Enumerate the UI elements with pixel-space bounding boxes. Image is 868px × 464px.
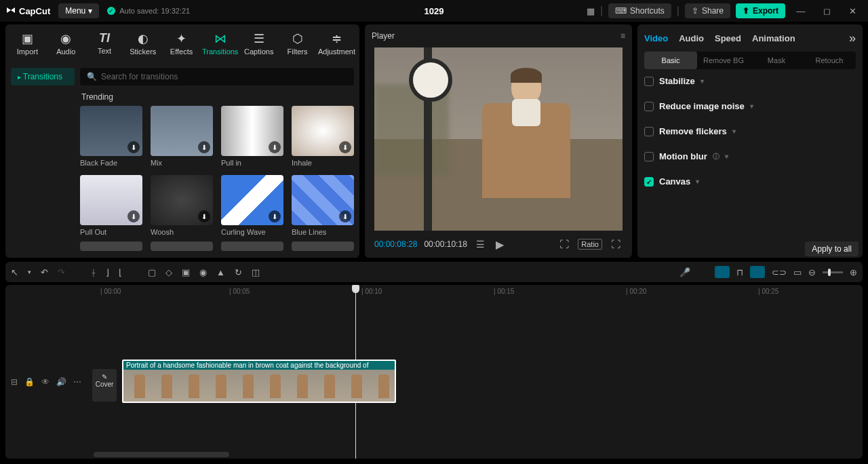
transition-pull-out[interactable]: ⬇Pull Out <box>80 175 142 236</box>
tool-filters[interactable]: ⬡Filters <box>278 28 317 58</box>
snap-1-icon[interactable] <box>715 266 730 278</box>
apply-to-all-button[interactable]: Apply to all <box>805 241 859 256</box>
tool-import[interactable]: ▣Import <box>8 28 47 58</box>
checkbox-icon[interactable] <box>644 102 654 111</box>
snap-2-icon[interactable] <box>750 266 765 278</box>
chevron-down-icon[interactable]: ▾ <box>28 269 31 275</box>
download-icon[interactable]: ⬇ <box>269 210 281 223</box>
tool-stickers[interactable]: ◐Stickers <box>123 28 162 58</box>
app-logo: CapCut <box>5 5 50 16</box>
download-icon[interactable]: ⬇ <box>198 210 210 223</box>
trim-left-icon[interactable]: ⌋ <box>106 267 109 277</box>
opt-stabilize[interactable]: Stabilize▾ <box>644 76 856 86</box>
scan-icon[interactable]: ⛶ <box>557 237 571 252</box>
minimize-button[interactable]: — <box>791 6 811 16</box>
tool-captions[interactable]: ☰Captions <box>239 28 278 58</box>
horizontal-scrollbar[interactable] <box>94 452 229 457</box>
subtab-mask[interactable]: Mask <box>750 52 803 69</box>
crop-icon[interactable]: ◫ <box>252 267 260 277</box>
download-icon[interactable]: ⬇ <box>339 141 351 153</box>
delete-icon[interactable]: ▢ <box>148 267 156 277</box>
subtab-remove-bg[interactable]: Remove BG <box>697 52 750 69</box>
sidebar-tab-transitions[interactable]: ▸ Transitions <box>11 68 75 85</box>
tool-audio[interactable]: ◉Audio <box>47 28 85 58</box>
export-button[interactable]: ⬆ Export <box>736 3 785 18</box>
freeze-icon[interactable]: ◉ <box>199 267 207 277</box>
transition-inhale[interactable]: ⬇Inhale <box>292 106 354 167</box>
mirror-icon[interactable]: ▲ <box>216 267 225 277</box>
transition-item[interactable] <box>221 241 283 251</box>
trim-right-icon[interactable]: ⌊ <box>119 267 122 277</box>
more-tabs-icon[interactable]: » <box>849 31 856 45</box>
track-visible-icon[interactable]: 👁 <box>41 377 50 387</box>
tool-adjustment[interactable]: ≑Adjustment <box>317 28 357 58</box>
share-button[interactable]: ⇪ Share <box>685 3 730 18</box>
checkbox-icon[interactable] <box>644 77 654 86</box>
checkbox-icon[interactable] <box>644 152 654 161</box>
opt-canvas[interactable]: ✓Canvas▾ <box>644 176 856 187</box>
download-icon[interactable]: ⬇ <box>127 210 140 223</box>
play-button[interactable]: ▶ <box>494 236 506 253</box>
maximize-button[interactable]: ◻ <box>816 6 837 16</box>
ratio-button[interactable]: Ratio <box>578 239 602 250</box>
tab-video[interactable]: Video <box>644 33 668 43</box>
undo-icon[interactable]: ↶ <box>41 267 48 277</box>
search-input[interactable]: 🔍 Search for transitions <box>80 68 354 85</box>
transition-black-fade[interactable]: ⬇Black Fade <box>80 106 142 167</box>
preview-icon[interactable]: ▭ <box>793 267 802 277</box>
tool-effects[interactable]: ✦Effects <box>162 28 201 58</box>
time-ruler[interactable]: | 00:00 | 00:05 | 00:10 | 00:15 | 00:20 … <box>94 285 863 300</box>
transition-curling-wave[interactable]: ⬇Curling Wave <box>221 175 283 236</box>
opt-motion-blur[interactable]: Motion blurⓘ▾ <box>644 151 856 161</box>
zoom-in-icon[interactable]: ⊕ <box>850 267 857 277</box>
transition-pull-in[interactable]: ⬇Pull in <box>221 106 283 167</box>
checkbox-icon[interactable] <box>644 127 654 136</box>
opt-remove-flickers[interactable]: Remove flickers▾ <box>644 126 856 136</box>
split-icon[interactable]: ⟊ <box>91 267 96 277</box>
zoom-out-icon[interactable]: ⊖ <box>808 267 816 277</box>
transition-blue-lines[interactable]: ⬇Blue Lines <box>292 175 354 236</box>
track-more-icon[interactable]: ⋯ <box>73 377 81 387</box>
track-lock-icon[interactable]: 🔒 <box>24 377 35 387</box>
transition-woosh[interactable]: ⬇Woosh <box>151 175 213 236</box>
tab-speed[interactable]: Speed <box>715 33 741 43</box>
timeline[interactable]: | 00:00 | 00:05 | 00:10 | 00:15 | 00:20 … <box>5 285 863 459</box>
compound-icon[interactable]: ▣ <box>182 267 190 277</box>
layout-icon[interactable]: ▦ <box>587 6 595 16</box>
opt-reduce-noise[interactable]: Reduce image noise▾ <box>644 101 856 111</box>
tab-audio[interactable]: Audio <box>679 33 704 43</box>
preview-quality-icon[interactable]: ☰ <box>474 237 487 252</box>
transition-item[interactable] <box>292 241 354 251</box>
subtab-retouch[interactable]: Retouch <box>803 52 856 69</box>
magnet-icon[interactable]: ⊓ <box>736 267 743 277</box>
download-icon[interactable]: ⬇ <box>127 141 140 153</box>
tool-text[interactable]: TIText <box>85 28 124 58</box>
player-menu-icon[interactable]: ≡ <box>620 31 625 41</box>
track-mute-icon[interactable]: 🔊 <box>56 377 66 387</box>
track-collapse-icon[interactable]: ⊟ <box>11 377 18 387</box>
transition-mix[interactable]: ⬇Mix <box>151 106 213 167</box>
download-icon[interactable]: ⬇ <box>269 141 281 153</box>
rotate-icon[interactable]: ↻ <box>235 267 242 277</box>
tab-animation[interactable]: Animation <box>752 33 795 43</box>
zoom-slider[interactable] <box>823 271 843 273</box>
tool-transitions[interactable]: ⋈Transitions <box>201 28 239 58</box>
close-button[interactable]: ✕ <box>842 6 863 16</box>
redo-icon[interactable]: ↷ <box>58 267 65 277</box>
mic-icon[interactable]: 🎤 <box>679 267 690 277</box>
player-viewport[interactable] <box>374 47 623 231</box>
cover-button[interactable]: ✎ Cover <box>92 369 117 402</box>
menu-button[interactable]: Menu ▾ <box>58 3 99 18</box>
fullscreen-icon[interactable]: ⛶ <box>609 237 623 252</box>
download-icon[interactable]: ⬇ <box>339 210 351 223</box>
link-icon[interactable]: ⊂⊃ <box>772 267 787 277</box>
checkbox-checked-icon[interactable]: ✓ <box>644 177 654 187</box>
transition-item[interactable] <box>80 241 142 251</box>
marker-icon[interactable]: ◇ <box>165 267 172 277</box>
pointer-tool-icon[interactable]: ↖ <box>11 267 18 277</box>
transition-item[interactable] <box>151 241 213 251</box>
shortcuts-button[interactable]: ⌨ Shortcuts <box>608 3 671 18</box>
video-clip[interactable]: Portrait of a handsome fashionable man i… <box>122 360 396 403</box>
subtab-basic[interactable]: Basic <box>644 52 697 69</box>
download-icon[interactable]: ⬇ <box>198 141 210 153</box>
